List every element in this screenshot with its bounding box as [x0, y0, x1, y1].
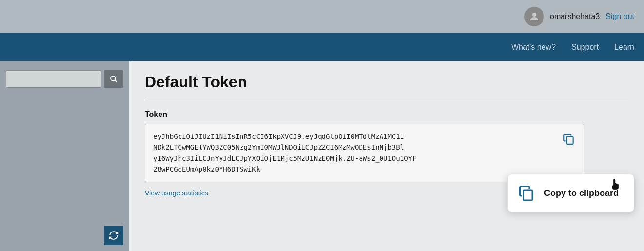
nav-item-learn[interactable]: Learn — [614, 43, 634, 52]
nav-item-support[interactable]: Support — [571, 43, 599, 52]
token-line-1: eyJhbGciOiJIUzI1NiIsInR5cCI6IkpXVCJ9.eyJ… — [153, 133, 404, 140]
title-divider — [145, 100, 628, 100]
sidebar-spacer — [0, 97, 129, 220]
tooltip-copy-icon — [516, 182, 537, 204]
person-icon — [528, 11, 540, 22]
page-title: Default Token — [145, 73, 628, 91]
top-bar: omarshehata3 Sign out — [0, 0, 644, 33]
copy-to-clipboard-icon — [563, 133, 575, 145]
copy-to-clipboard-button[interactable] — [559, 129, 579, 149]
main-layout: Default Token Token eyJhbGciOiJIUzI1NiIs… — [0, 61, 644, 251]
token-box: eyJhbGciOiJIUzI1NiIsInR5cCI6IkpXVCJ9.eyJ… — [145, 124, 584, 182]
token-line-2: NDk2LTQwMGEtYWQ3ZC05Nzg2YmI0MWJlNDQiLCJp… — [153, 143, 404, 151]
svg-line-2 — [115, 80, 117, 82]
nav-bar: What's new? Support Learn — [0, 33, 644, 61]
svg-rect-4 — [523, 190, 532, 200]
search-row — [0, 61, 129, 97]
svg-point-1 — [111, 76, 116, 81]
view-stats-link[interactable]: View usage statistics — [145, 189, 208, 197]
search-button[interactable] — [104, 70, 123, 88]
avatar — [524, 7, 544, 26]
copy-icon-large — [518, 184, 535, 202]
username-label: omarshehata3 — [550, 12, 600, 21]
svg-point-0 — [532, 13, 536, 17]
sign-out-button[interactable]: Sign out — [605, 12, 634, 21]
token-line-4: 28wPCGqEUmAp0kz0YH6DTSwiKk — [153, 165, 260, 173]
search-input[interactable] — [6, 70, 101, 88]
content-area: Default Token Token eyJhbGciOiJIUzI1NiIs… — [129, 61, 644, 251]
refresh-row — [0, 220, 129, 251]
token-label: Token — [145, 110, 628, 119]
copy-tooltip-popup: Copy to clipboard — [507, 174, 634, 212]
token-line-3: yI6WyJhc3IiLCJnYyJdLCJpYXQiOjE1Mjc5MzU1N… — [153, 154, 416, 162]
refresh-icon — [108, 230, 119, 241]
svg-rect-3 — [567, 137, 573, 144]
copy-tooltip-label: Copy to clipboard — [544, 188, 619, 198]
sidebar — [0, 61, 129, 251]
refresh-button[interactable] — [104, 226, 123, 245]
nav-item-whats-new[interactable]: What's new? — [511, 43, 556, 52]
search-icon — [109, 75, 118, 83]
